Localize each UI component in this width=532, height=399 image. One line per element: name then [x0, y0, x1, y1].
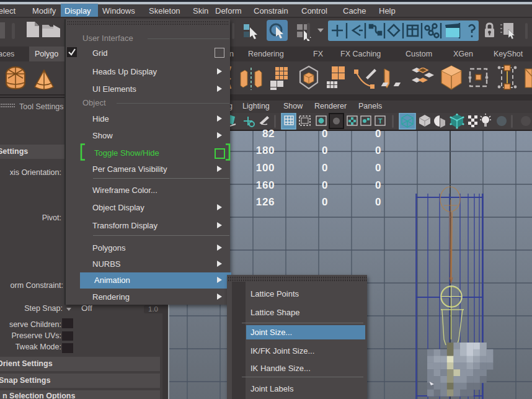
svg-text:T: T [378, 117, 383, 125]
